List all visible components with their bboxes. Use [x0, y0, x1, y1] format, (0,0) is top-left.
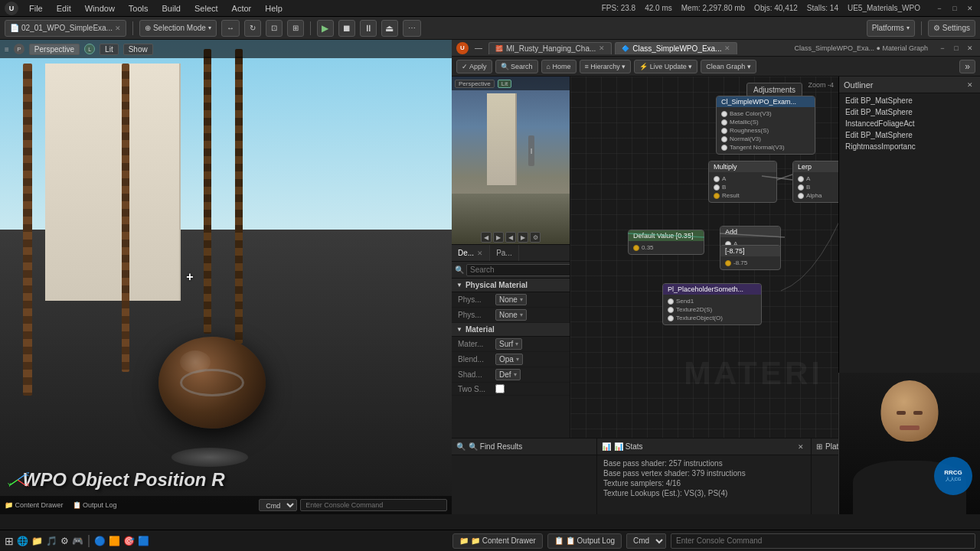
collapse-panel-btn[interactable]: »: [959, 60, 975, 73]
mat-tab-1-close[interactable]: ✕: [599, 44, 605, 52]
node-default-val[interactable]: Default Value [0.35] 0.35: [628, 230, 704, 255]
content-drawer-btn[interactable]: 📁 📁 Content Drawer: [452, 533, 543, 549]
eject-button[interactable]: ⏏: [381, 20, 398, 37]
material-dropdown-2[interactable]: Opa: [495, 354, 523, 365]
output-log-btn[interactable]: 📋 📋 Output Log: [547, 533, 622, 549]
outliner-item-4[interactable]: RightmassImportanc: [839, 141, 980, 152]
play-button[interactable]: ▶: [317, 20, 334, 37]
close-button[interactable]: ✕: [965, 3, 975, 14]
material-section-header[interactable]: ▼ Material: [452, 323, 570, 337]
mat-maximize-btn[interactable]: □: [951, 43, 962, 54]
two-sided-checkbox[interactable]: [495, 384, 505, 393]
mat-viewport-thumb[interactable]: | Perspective Lit ◀ ▶ ◀ ▶ ⚙: [452, 77, 570, 245]
mat-vp-perspective-btn[interactable]: Perspective: [455, 80, 495, 88]
menu-file[interactable]: File: [26, 4, 46, 13]
hierarchy-btn[interactable]: ≡ Hierarchy ▾: [580, 60, 632, 73]
mat-vp-lit-btn[interactable]: Lit: [498, 80, 511, 88]
selection-mode-btn[interactable]: ⊕ Selection Mode ▾: [139, 20, 217, 37]
minimize-button[interactable]: −: [934, 3, 945, 14]
material-dropdown-1[interactable]: Surf: [495, 338, 522, 350]
viewport-show-btn[interactable]: Show: [123, 44, 153, 55]
menu-tools[interactable]: Tools: [126, 4, 152, 13]
cmd-select-vp[interactable]: Cmd: [259, 499, 297, 511]
transform-btn-1[interactable]: ↔: [221, 20, 240, 37]
taskbar-app-3[interactable]: 🟦: [138, 536, 149, 546]
home-btn[interactable]: ⌂ Home: [541, 60, 577, 73]
more-options-btn[interactable]: ⋯: [403, 20, 421, 37]
maximize-button[interactable]: □: [949, 3, 960, 14]
platforms-btn[interactable]: Platforms ▾: [867, 20, 915, 37]
content-drawer-icon: 📁: [459, 536, 469, 545]
content-drawer-btn-vp[interactable]: 📁 Content Drawer: [5, 501, 64, 509]
outliner-close-btn[interactable]: ✕: [965, 80, 975, 90]
main-output-node[interactable]: Cl_SimpleWPO_Exam... Base Color(V3) Meta…: [716, 96, 815, 155]
details-tab-1-close[interactable]: ✕: [477, 249, 483, 257]
fps-info: FPS: 23.8 42.0 ms Mem: 2,297.80 mb Objs:…: [602, 4, 920, 12]
mat-tab-2[interactable]: 🔷 Class_SimpleWPO_Exa... ✕: [615, 42, 737, 54]
mat-graph-area[interactable]: Adjustments Cl_SimpleWPO_Exam... Base Co…: [570, 77, 838, 438]
live-update-btn[interactable]: ⚡ Live Update ▾: [634, 60, 697, 73]
outliner-item-1[interactable]: Edit BP_MatSphere: [839, 106, 980, 118]
menu-actor[interactable]: Actor: [229, 4, 255, 13]
menu-window[interactable]: Window: [82, 4, 118, 13]
details-tab-2[interactable]: Pa...: [490, 245, 519, 261]
details-tab-1[interactable]: De... ✕: [452, 245, 490, 261]
material-section-arrow: ▼: [456, 326, 462, 333]
viewport-lit-btn[interactable]: Lit: [100, 44, 119, 55]
taskbar-chrome[interactable]: 🔵: [94, 536, 106, 546]
taskbar-music[interactable]: 🎵: [46, 536, 57, 546]
cmd-dropdown[interactable]: Cmd: [626, 533, 666, 549]
physical-material-header[interactable]: ▼ Physical Material: [452, 279, 570, 292]
node-pl-placeholder[interactable]: Pl_PlaceholderSometh... Send1 Texture2D(…: [662, 283, 762, 325]
menu-select[interactable]: Select: [191, 4, 221, 13]
apply-btn[interactable]: ✓ Apply: [456, 60, 492, 73]
taskbar-explorer[interactable]: 📁: [31, 536, 43, 546]
console-input[interactable]: [671, 533, 975, 549]
viewport-menu-icon[interactable]: ≡: [5, 45, 9, 54]
mat-tab-1[interactable]: 🧱 MI_Rusty_Hanging_Cha... ✕: [488, 42, 612, 54]
menu-help[interactable]: Help: [262, 4, 286, 13]
search-btn[interactable]: 🔍 Search: [495, 60, 538, 73]
outliner-item-2[interactable]: InstancedFoliageAct: [839, 118, 980, 129]
viewport-area[interactable]: ≡ P Perspective L Lit Show + WPO Object …: [0, 40, 452, 514]
mat-vp-ctrl-2[interactable]: ▶: [493, 232, 504, 243]
node-lerp-1[interactable]: Lerp A B Alpha: [792, 161, 838, 203]
transform-btn-2[interactable]: ↻: [244, 20, 261, 37]
phys-dropdown-1[interactable]: None: [495, 294, 527, 305]
settings-btn[interactable]: ⚙ Settings: [928, 20, 975, 37]
mat-vp-ctrl-3[interactable]: ◀: [505, 232, 516, 243]
mat-close-btn[interactable]: ✕: [965, 43, 975, 54]
node-val-875[interactable]: [-8.75] -8.75: [720, 245, 781, 270]
transform-btn-4[interactable]: ⊞: [287, 20, 304, 37]
menu-edit[interactable]: Edit: [54, 4, 74, 13]
taskbar-browser[interactable]: 🌐: [17, 536, 28, 546]
stats-close-btn[interactable]: ✕: [795, 442, 806, 452]
viewport-perspective-btn[interactable]: Perspective: [29, 44, 80, 55]
output-log-btn-vp[interactable]: 📋 Output Log: [73, 501, 117, 509]
mat-vp-ctrl-4[interactable]: ▶: [518, 232, 528, 243]
outliner-item-0[interactable]: Edit BP_MatSphere: [839, 95, 980, 106]
file-tab-btn[interactable]: 📄 02_01_WPO_SimpleExa... ✕: [5, 20, 126, 37]
mat-vp-ctrl-5[interactable]: ⚙: [530, 232, 541, 243]
taskbar-app-1[interactable]: 🟧: [109, 536, 120, 546]
clean-graph-btn[interactable]: Clean Graph ▾: [701, 60, 756, 73]
taskbar-app-2[interactable]: 🎯: [123, 536, 135, 546]
node-multiply-1[interactable]: Multiply A B Result: [708, 161, 777, 203]
transform-btn-3[interactable]: ⊡: [266, 20, 283, 37]
stop-button[interactable]: ⏹: [338, 20, 355, 37]
sphere-ring: [180, 369, 244, 396]
phys-dropdown-2[interactable]: None: [495, 309, 527, 321]
file-tab-close[interactable]: ✕: [115, 24, 121, 32]
taskbar-ue[interactable]: 🎮: [72, 536, 83, 546]
mat-minimize-btn[interactable]: −: [937, 43, 948, 54]
pause-button[interactable]: ⏸: [360, 20, 377, 37]
menu-build[interactable]: Build: [159, 4, 184, 13]
console-input-vp[interactable]: [300, 499, 447, 511]
taskbar-settings[interactable]: ⚙: [60, 536, 69, 546]
outliner-item-3[interactable]: Edit BP_MatSphere: [839, 129, 980, 141]
mat-vp-ctrl-1[interactable]: ◀: [481, 232, 492, 243]
material-dropdown-3[interactable]: Def: [495, 369, 521, 380]
taskbar-start[interactable]: ⊞: [5, 535, 14, 547]
mat-tab-2-close[interactable]: ✕: [724, 44, 730, 52]
details-search-input[interactable]: [466, 264, 570, 276]
